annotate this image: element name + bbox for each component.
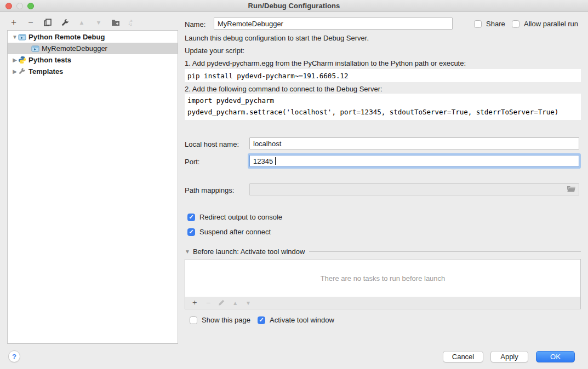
move-up-icon[interactable]: ▲ bbox=[77, 18, 87, 27]
wrench-icon bbox=[18, 67, 26, 76]
redirect-output-checkbox[interactable]: ✓ Redirect output to console bbox=[187, 213, 282, 221]
chevron-right-icon[interactable]: ▶ bbox=[12, 57, 18, 63]
edit-icon[interactable] bbox=[218, 299, 225, 306]
edit-defaults-icon[interactable] bbox=[60, 18, 70, 27]
code-line: pydevd_pycharm.settrace('localhost', por… bbox=[187, 106, 578, 118]
tree-item-myremotedebugger[interactable]: MyRemoteDebugger bbox=[8, 43, 178, 54]
before-launch-section-header[interactable]: ▼ Before launch: Activate tool window bbox=[185, 247, 581, 256]
show-this-page-label: Show this page bbox=[202, 316, 250, 324]
allow-parallel-run-label: Allow parallel run bbox=[524, 20, 578, 28]
suspend-after-connect-label: Suspend after connect bbox=[199, 228, 271, 236]
chevron-right-icon[interactable]: ▶ bbox=[12, 68, 18, 74]
local-host-name-input[interactable] bbox=[249, 137, 579, 149]
port-input[interactable] bbox=[249, 155, 579, 167]
code-line: pip install pydevd-pycharm~=191.6605.12 bbox=[187, 70, 578, 82]
browse-folder-icon[interactable] bbox=[567, 185, 576, 194]
checkbox-icon[interactable] bbox=[190, 316, 197, 324]
run-debug-configurations-dialog: Run/Debug Configurations ＋ − ▲ ▼ ↓az ▼ P… bbox=[0, 0, 588, 369]
before-launch-task-list[interactable]: There are no tasks to run before launch bbox=[185, 259, 581, 297]
checkbox-icon[interactable] bbox=[474, 20, 482, 28]
tree-item-label: Templates bbox=[28, 67, 63, 76]
remove-icon[interactable]: − bbox=[206, 298, 210, 307]
port-label: Port: bbox=[185, 158, 199, 166]
tasks-toolbar: ＋ − ▲ ▼ bbox=[185, 297, 581, 309]
settrace-code-block: import pydevd_pycharm pydevd_pycharm.set… bbox=[185, 94, 581, 120]
path-mappings-label: Path mappings: bbox=[185, 186, 234, 194]
add-icon[interactable]: ＋ bbox=[9, 18, 19, 27]
description-line-2: Update your script: bbox=[185, 47, 244, 55]
add-icon[interactable]: ＋ bbox=[191, 298, 198, 308]
copy-icon[interactable] bbox=[43, 18, 53, 27]
share-label: Share bbox=[486, 20, 505, 28]
checkbox-checked-icon[interactable]: ✓ bbox=[187, 228, 195, 236]
apply-button[interactable]: Apply bbox=[490, 351, 528, 362]
sort-alphabetically-icon[interactable]: ↓az bbox=[128, 19, 132, 26]
text-caret bbox=[275, 157, 276, 165]
move-up-icon[interactable]: ▲ bbox=[232, 300, 238, 306]
name-input[interactable] bbox=[214, 18, 453, 30]
description-line-1: Launch this debug configuration to start… bbox=[185, 34, 369, 42]
tree-item-label: MyRemoteDebugger bbox=[42, 44, 107, 53]
ok-button[interactable]: OK bbox=[536, 351, 575, 362]
activate-tool-window-label: Activate tool window bbox=[270, 316, 334, 324]
help-button[interactable]: ? bbox=[8, 350, 20, 362]
activate-tool-window-checkbox[interactable]: ✓ Activate tool window bbox=[258, 316, 334, 324]
step-1-text: 1. Add pydevd-pycharm.egg from the PyCha… bbox=[185, 59, 466, 67]
cancel-button[interactable]: Cancel bbox=[443, 351, 483, 362]
remove-icon[interactable]: − bbox=[26, 18, 36, 27]
checkbox-icon[interactable] bbox=[512, 20, 520, 28]
tree-item-templates[interactable]: ▶ Templates bbox=[8, 66, 178, 77]
allow-parallel-run-checkbox[interactable]: Allow parallel run bbox=[512, 20, 578, 28]
redirect-output-label: Redirect output to console bbox=[199, 213, 282, 221]
empty-tasks-message: There are no tasks to run before launch bbox=[321, 274, 446, 282]
section-divider bbox=[309, 251, 581, 252]
code-line: import pydevd_pycharm bbox=[187, 95, 578, 106]
configurations-toolbar: ＋ − ▲ ▼ ↓az bbox=[9, 16, 132, 28]
checkbox-checked-icon[interactable]: ✓ bbox=[187, 214, 195, 221]
window-title: Run/Debug Configurations bbox=[0, 2, 588, 10]
chevron-down-icon[interactable]: ▼ bbox=[12, 34, 18, 40]
python-logo-icon bbox=[18, 56, 26, 64]
show-this-page-checkbox[interactable]: Show this page bbox=[190, 316, 250, 324]
title-bar: Run/Debug Configurations bbox=[0, 0, 588, 12]
before-launch-label: Before launch: Activate tool window bbox=[193, 247, 305, 256]
move-down-icon[interactable]: ▼ bbox=[246, 300, 251, 306]
new-folder-icon[interactable] bbox=[111, 18, 121, 27]
run-config-icon bbox=[31, 44, 39, 53]
name-label: Name: bbox=[185, 20, 205, 28]
step-2-text: 2. Add the following command to connect … bbox=[185, 85, 383, 93]
tree-item-label: Python Remote Debug bbox=[28, 33, 105, 41]
run-config-icon bbox=[18, 33, 26, 41]
share-checkbox[interactable]: Share bbox=[474, 20, 505, 28]
tree-item-python-remote-debug[interactable]: ▼ Python Remote Debug bbox=[8, 31, 178, 43]
local-host-name-label: Local host name: bbox=[185, 140, 239, 148]
move-down-icon[interactable]: ▼ bbox=[94, 18, 104, 27]
tree-item-label: Python tests bbox=[28, 56, 71, 64]
pip-install-code-block: pip install pydevd-pycharm~=191.6605.12 bbox=[185, 69, 581, 82]
suspend-after-connect-checkbox[interactable]: ✓ Suspend after connect bbox=[187, 228, 271, 236]
path-mappings-field[interactable] bbox=[249, 183, 579, 195]
tree-item-python-tests[interactable]: ▶ Python tests bbox=[8, 54, 178, 66]
checkbox-checked-icon[interactable]: ✓ bbox=[258, 316, 265, 324]
configurations-tree: ▼ Python Remote Debug MyRemoteDebugger ▶… bbox=[7, 30, 178, 344]
chevron-down-icon[interactable]: ▼ bbox=[185, 249, 190, 255]
